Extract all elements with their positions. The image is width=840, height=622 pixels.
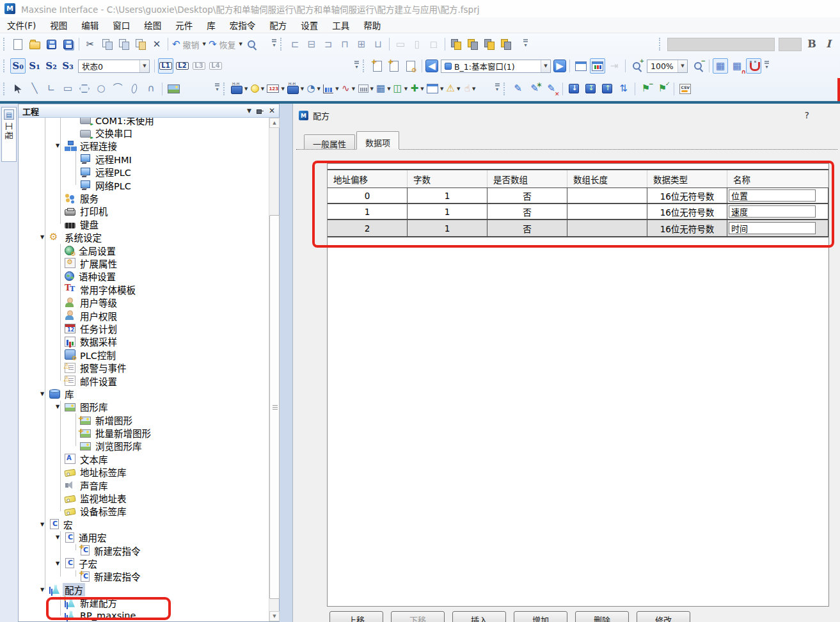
align-top-button[interactable]: ⊓ xyxy=(337,36,353,52)
combo-dropdown-icon[interactable]: ▼ xyxy=(139,60,149,72)
snap-lines-button[interactable] xyxy=(746,58,761,74)
bar-graph-button[interactable]: ▼ xyxy=(322,81,339,97)
item-name-input[interactable] xyxy=(729,189,816,202)
tree-item-11[interactable]: 扩展属性 xyxy=(19,257,269,269)
align-left-button[interactable]: ⊏ xyxy=(287,36,303,52)
select-cursor-button[interactable] xyxy=(10,81,26,97)
draw-line-button[interactable]: ╲ xyxy=(27,81,42,97)
state-combo[interactable]: 状态0▼ xyxy=(78,60,150,73)
tree-item-38[interactable]: RP_maxsine xyxy=(19,609,269,621)
italic-button[interactable]: I xyxy=(821,36,836,52)
cut-button[interactable]: ✂ xyxy=(83,36,98,52)
sub-window-button[interactable]: ▼ xyxy=(426,81,444,97)
tab-data-items[interactable]: 数据项 xyxy=(356,131,399,149)
same-height-button[interactable]: ▯ xyxy=(409,36,425,52)
tree-item-7[interactable]: 打印机 xyxy=(19,205,269,218)
table-row-0[interactable]: 01否16位无符号数 xyxy=(328,188,828,204)
menu-item-2[interactable]: 编辑 xyxy=(74,17,106,33)
insert-button[interactable]: 插入 xyxy=(452,611,506,622)
move-down-button[interactable]: 下移 xyxy=(391,611,445,622)
add-button[interactable]: 增加 xyxy=(514,611,567,622)
tree-item-10[interactable]: 全局设置 xyxy=(19,244,269,257)
compile-all-button[interactable]: ✎＊ xyxy=(527,81,543,97)
modify-button[interactable]: 修改 xyxy=(637,611,690,622)
pin-icon[interactable] xyxy=(257,108,264,114)
zoom-combo[interactable]: 100%▼ xyxy=(647,60,688,73)
tree-item-18[interactable]: PLC控制 xyxy=(19,348,269,361)
valve-button[interactable]: ◫▼ xyxy=(393,81,409,97)
tab-general-properties[interactable]: 一般属性 xyxy=(304,134,355,149)
table-row-2[interactable]: 21否16位无符号数 xyxy=(328,220,828,236)
move-up-button[interactable]: 上移 xyxy=(329,611,383,622)
download-button[interactable] xyxy=(566,81,582,97)
tree-item-27[interactable]: 地址标签库 xyxy=(19,466,269,479)
menu-item-4[interactable]: 绘图 xyxy=(137,17,168,33)
toolbar-grip[interactable] xyxy=(280,38,283,51)
tree-expand-icon[interactable]: ▼ xyxy=(40,587,49,593)
zoom-in-button[interactable]: + xyxy=(629,58,644,74)
word-switch-button[interactable]: ▼ xyxy=(287,81,305,97)
save-button[interactable] xyxy=(44,36,59,52)
menu-item-10[interactable]: 工具 xyxy=(325,17,356,33)
toolbar-overflow-icon[interactable]: ▾ xyxy=(495,85,500,92)
font-size-combo[interactable]: ▼ xyxy=(779,38,802,51)
tree-item-5[interactable]: 网络PLC xyxy=(19,179,269,191)
upload-button[interactable] xyxy=(599,81,615,97)
table-row-1[interactable]: 11否16位无符号数 xyxy=(328,204,828,220)
toolbar-overflow-icon[interactable]: ▾ xyxy=(215,85,219,92)
tree-expand-icon[interactable]: ▼ xyxy=(56,143,65,148)
tree-item-16[interactable]: 任务计划 xyxy=(19,322,269,335)
bring-forward-button[interactable] xyxy=(482,36,497,52)
combo-dropdown-icon[interactable]: ▼ xyxy=(678,60,687,72)
tree-expand-icon[interactable]: ▼ xyxy=(40,391,49,397)
tree-item-25[interactable]: 浏览图形库 xyxy=(19,440,269,452)
project-panel-tab[interactable]: ▤ 工程 xyxy=(1,107,17,162)
menu-item-3[interactable]: 窗口 xyxy=(106,17,137,33)
indicator-lamp-button[interactable]: ▼ xyxy=(250,81,265,97)
zoom-out-button[interactable]: − xyxy=(690,58,706,74)
draw-ellipse-button[interactable]: ○ xyxy=(93,81,109,97)
item-name-input[interactable] xyxy=(729,205,816,218)
toolbar-overflow-icon[interactable]: ▾ xyxy=(765,63,769,69)
delete-button[interactable]: 删除 xyxy=(575,611,629,622)
touch-trigger-button[interactable]: ☝▼ xyxy=(463,81,478,97)
language-l3-button[interactable]: L3 xyxy=(191,58,207,74)
insert-image-button[interactable] xyxy=(166,81,181,97)
tree-item-20[interactable]: 邮件设置 xyxy=(19,374,269,387)
toolbar-grip[interactable] xyxy=(223,83,226,95)
tree-item-12[interactable]: 语种设置 xyxy=(19,270,269,283)
draw-sector-button[interactable] xyxy=(127,81,142,97)
state-s3-button[interactable]: S₃ xyxy=(60,58,75,74)
tree-item-31[interactable]: ▼宏 xyxy=(19,518,269,530)
same-size-button[interactable]: ◻ xyxy=(426,36,441,52)
font-family-combo[interactable]: ▼ xyxy=(667,38,775,51)
draw-arc-button[interactable]: ⌒ xyxy=(110,81,125,97)
bit-switch-button[interactable]: ▼ xyxy=(230,81,248,97)
menu-item-5[interactable]: 元件 xyxy=(168,17,200,33)
panel-menu-icon[interactable]: ▼ xyxy=(247,108,251,114)
state-s1-button[interactable]: S₁ xyxy=(27,58,42,74)
tree-expand-icon[interactable]: ▼ xyxy=(40,234,49,240)
menu-item-9[interactable]: 设置 xyxy=(294,17,325,33)
numeric-display-button[interactable]: ▼ xyxy=(266,81,285,97)
align-bottom-button[interactable]: ⊔ xyxy=(370,36,386,52)
window-preview-button[interactable] xyxy=(590,58,605,74)
tree-item-33[interactable]: +新建宏指令 xyxy=(19,544,269,557)
window-insert-button[interactable]: ⇥ xyxy=(606,58,622,74)
tree-item-1[interactable]: 交换串口 xyxy=(19,126,269,139)
menu-item-11[interactable]: 帮助 xyxy=(356,17,388,33)
draw-polygon-button[interactable] xyxy=(77,81,92,97)
toolbar-grip[interactable] xyxy=(503,83,507,95)
tree-item-19[interactable]: 报警与事件 xyxy=(19,361,269,374)
tree-item-37[interactable]: +新建配方 xyxy=(19,596,269,609)
new-window-button[interactable] xyxy=(370,58,385,74)
find-button[interactable] xyxy=(244,36,260,52)
tree-item-4[interactable]: 远程PLC xyxy=(19,166,269,179)
tree-item-28[interactable]: 声音库 xyxy=(19,479,269,491)
copy-window-button[interactable] xyxy=(386,58,402,74)
menu-item-1[interactable]: 视图 xyxy=(43,17,74,33)
tree-item-3[interactable]: 远程HMI xyxy=(19,152,269,165)
tree-item-22[interactable]: ▼图形库 xyxy=(19,401,269,413)
alarm-display-button[interactable]: ⚠▼ xyxy=(446,81,461,97)
toolbar-grip[interactable] xyxy=(3,83,6,95)
